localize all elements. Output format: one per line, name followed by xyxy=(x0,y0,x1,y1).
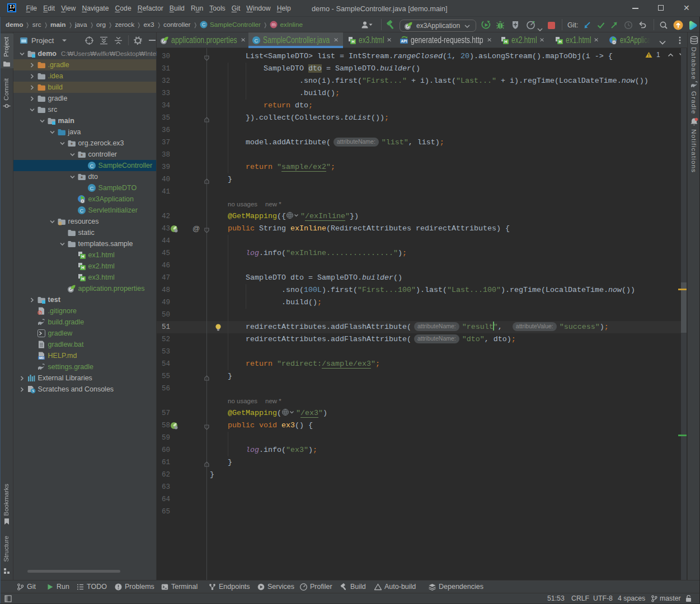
svg-text:C: C xyxy=(90,163,93,169)
svg-text:H: H xyxy=(351,39,354,44)
svg-text:H: H xyxy=(81,276,84,281)
svg-text:H: H xyxy=(558,39,561,44)
svg-text:H: H xyxy=(504,39,507,44)
svg-text:m: m xyxy=(272,22,276,27)
svg-text:C: C xyxy=(202,22,205,27)
svg-text:C: C xyxy=(255,37,259,43)
svg-text:API: API xyxy=(401,39,407,43)
svg-text:C: C xyxy=(90,185,93,191)
svg-text:MD: MD xyxy=(39,356,44,360)
svg-text:H: H xyxy=(81,254,84,259)
svg-text:C: C xyxy=(79,207,83,214)
svg-text:H: H xyxy=(81,265,84,270)
